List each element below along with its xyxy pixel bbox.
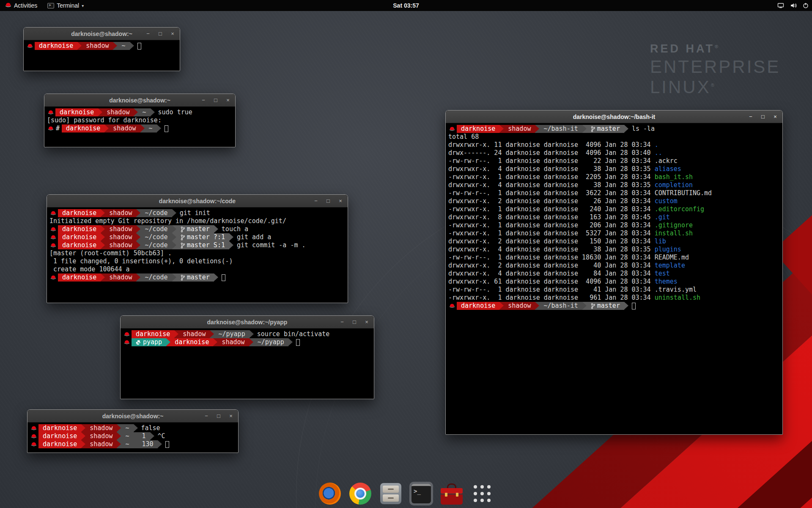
redhat-logo-icon [5, 2, 11, 9]
dock-chrome[interactable] [348, 482, 372, 505]
prompt-segment-user: darknoise [38, 432, 81, 440]
file-name: completion [655, 181, 693, 189]
system-status-area[interactable] [777, 0, 809, 11]
prompt-line: darknoiseshadow~1^C [30, 432, 236, 440]
redhat-prompt-icon [123, 332, 130, 337]
output-line: drwxrwxr-x. 2 darknoise darknoise 150 Ja… [448, 237, 780, 246]
minimize-button[interactable]: − [203, 413, 209, 419]
dock-files[interactable] [379, 482, 403, 505]
maximize-button[interactable]: □ [351, 319, 357, 325]
close-button[interactable]: × [772, 113, 778, 120]
output-line: -rw-rw-r--. 1 darknoise darknoise 3622 J… [448, 189, 780, 197]
close-button[interactable]: × [364, 319, 370, 325]
titlebar[interactable]: darknoise@shadow:~/pyapp−□× [121, 316, 374, 329]
display-icon[interactable] [777, 3, 784, 8]
powerline-separator [582, 125, 587, 133]
close-button[interactable]: × [228, 413, 234, 419]
output-line: drwxrwxr-x. 4 darknoise darknoise 38 Jan… [448, 181, 780, 189]
clock[interactable]: Sat 03:57 [393, 2, 419, 9]
terminal-body[interactable]: darknoiseshadow~sudo true[sudo] password… [44, 107, 235, 147]
terminal-body[interactable]: darknoiseshadow~/codegit initInitialized… [47, 207, 348, 303]
volume-icon[interactable] [790, 3, 797, 8]
terminal-cursor [632, 303, 636, 309]
titlebar[interactable]: darknoise@shadow:~/code−□× [47, 195, 348, 207]
window-controls: −□× [145, 28, 176, 40]
file-name: plugins [655, 246, 681, 253]
redhat-prompt-icon [49, 227, 57, 232]
terminal-cursor [222, 274, 225, 281]
terminal-body[interactable]: darknoiseshadow~falsedarknoiseshadow~1^C… [27, 422, 238, 453]
output-line: drwxrwxr-x. 2 darknoise darknoise 26 Jan… [448, 197, 780, 205]
titlebar[interactable]: darknoise@shadow:~−□× [24, 28, 180, 40]
file-name: template [655, 262, 685, 269]
minimize-button[interactable]: − [313, 198, 319, 204]
dock-app-grid[interactable] [470, 482, 494, 505]
powerline-separator [77, 42, 82, 50]
window-title: darknoise@shadow:~/code [159, 198, 236, 204]
prompt-segment-user: darknoise [55, 108, 98, 116]
file-name: test [655, 270, 670, 277]
maximize-button[interactable]: □ [157, 30, 163, 37]
close-button[interactable]: × [170, 30, 176, 37]
prompt-line: darknoiseshadow~/codemaster S:1git commi… [49, 241, 345, 249]
terminal-icon: >_ [411, 484, 431, 503]
power-icon[interactable] [803, 3, 809, 8]
terminal-app-icon [47, 3, 54, 8]
minimize-button[interactable]: − [339, 319, 345, 325]
git-branch-icon [181, 235, 185, 240]
minimize-button[interactable]: − [145, 30, 151, 37]
app-menu-terminal[interactable]: Terminal ▾ [42, 0, 89, 11]
powerline-separator [535, 125, 539, 133]
prompt-segment-host: shadow [105, 241, 136, 249]
dock-terminal[interactable]: >_ [409, 482, 433, 505]
window-controls: −□× [313, 195, 343, 207]
file-name: themes [655, 278, 678, 285]
prompt-segment-host: shadow [504, 125, 535, 133]
powerline-separator [172, 233, 176, 241]
prompt-segment-path: ~/pyapp [214, 330, 249, 338]
prompt-segment-user: darknoise [58, 209, 101, 217]
window-title: darknoise@shadow:~/bash-it [573, 113, 656, 120]
titlebar[interactable]: darknoise@shadow:~−□× [27, 410, 238, 422]
output-line: -rwxrwxr-x. 1 darknoise darknoise 240 Ja… [448, 205, 780, 213]
maximize-button[interactable]: □ [760, 113, 766, 120]
redhat-prompt-icon [47, 126, 54, 131]
powerline-separator [136, 233, 140, 241]
maximize-button[interactable]: □ [325, 198, 331, 204]
dock-toolbox[interactable] [440, 482, 464, 505]
powerline-separator [134, 440, 138, 448]
prompt-segment-path: ~/code [140, 233, 172, 241]
redhat-prompt-icon [30, 426, 37, 431]
command-text: source bin/activate [257, 330, 330, 338]
windows-layer: darknoise@shadow:~−□×darknoiseshadow~dar… [0, 0, 812, 508]
dock: >_ [318, 482, 494, 505]
minimize-button[interactable]: − [748, 113, 754, 120]
prompt-line: darknoiseshadow~/codegit init [49, 209, 345, 217]
close-button[interactable]: × [225, 97, 231, 103]
git-branch-icon [591, 126, 595, 132]
powerline-separator [113, 42, 117, 50]
prompt-segment-path: ~ [117, 42, 129, 50]
terminal-cursor [137, 43, 141, 50]
terminal-body[interactable]: darknoiseshadow~/bash-itmasterls -latota… [446, 123, 782, 434]
powerline-separator [130, 42, 134, 50]
redhat-prompt-icon [47, 110, 54, 115]
maximize-button[interactable]: □ [213, 97, 219, 103]
activities-button[interactable]: Activities [0, 0, 42, 11]
powerline-separator [229, 241, 233, 249]
terminal-body[interactable]: darknoiseshadow~ [24, 40, 180, 71]
titlebar[interactable]: darknoise@shadow:~/bash-it−□× [446, 110, 782, 123]
window-controls: −□× [748, 110, 778, 123]
titlebar[interactable]: darknoise@shadow:~−□× [44, 94, 235, 107]
powerline-separator [214, 225, 218, 233]
minimize-button[interactable]: − [200, 97, 206, 103]
file-name: CONTRIBUTING.md [655, 189, 712, 197]
close-button[interactable]: × [337, 198, 343, 204]
command-text: false [141, 424, 160, 432]
file-name: aliases [655, 165, 681, 173]
maximize-button[interactable]: □ [216, 413, 222, 419]
terminal-body[interactable]: darknoiseshadow~/pyappsource bin/activat… [121, 329, 374, 399]
powerline-separator [535, 302, 539, 310]
git-branch-icon [591, 303, 595, 309]
dock-firefox[interactable] [318, 482, 342, 505]
